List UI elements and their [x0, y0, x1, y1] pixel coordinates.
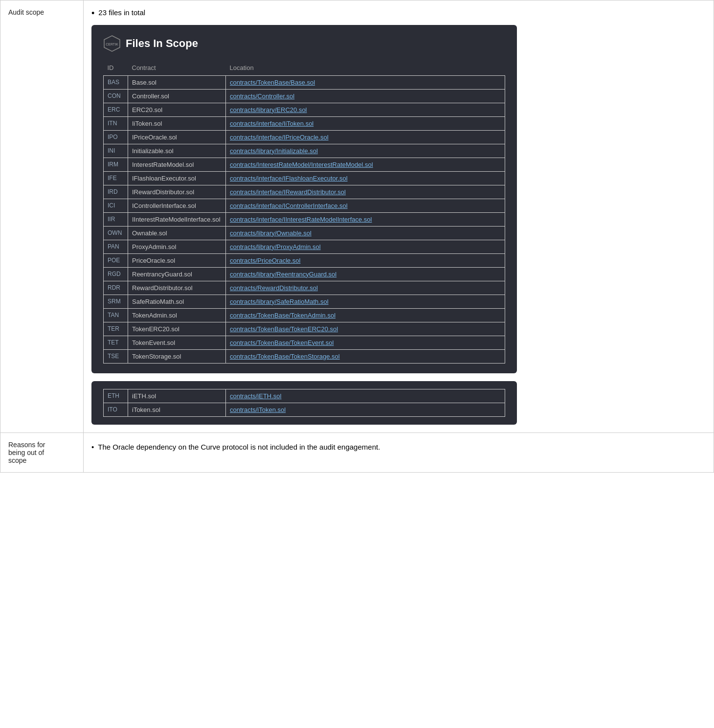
out-of-scope-bullet: • The Oracle dependency on the Curve pro…: [91, 443, 706, 451]
file-id: IPO: [104, 130, 128, 144]
file-id: IRM: [104, 158, 128, 171]
bullet-icon-2: •: [91, 443, 94, 451]
audit-scope-content: • 23 files in total CERTIK Files In Scop…: [84, 0, 714, 433]
extra-files-body: ETH iETH.sol contracts/iETH.sol ITO iTok…: [104, 389, 505, 416]
col-location: Location: [226, 61, 505, 76]
file-contract: SafeRatioMath.sol: [128, 295, 226, 308]
table-row: RGD ReentrancyGuard.sol contracts/librar…: [104, 267, 505, 281]
files-table-body: BAS Base.sol contracts/TokenBase/Base.so…: [104, 75, 505, 363]
file-location[interactable]: contracts/iToken.sol: [226, 403, 505, 416]
file-contract: TokenStorage.sol: [128, 349, 226, 363]
file-contract: InterestRateModel.sol: [128, 158, 226, 171]
file-location[interactable]: contracts/library/ProxyAdmin.sol: [226, 240, 505, 253]
table-row: IFE IFlashloanExecutor.sol contracts/int…: [104, 171, 505, 185]
files-count-bullet: • 23 files in total: [91, 8, 706, 19]
table-row: TER TokenERC20.sol contracts/TokenBase/T…: [104, 322, 505, 336]
table-row: POE PriceOracle.sol contracts/PriceOracl…: [104, 253, 505, 267]
file-location[interactable]: contracts/library/ERC20.sol: [226, 103, 505, 116]
file-location[interactable]: contracts/TokenBase/TokenStorage.sol: [226, 349, 505, 363]
file-location[interactable]: contracts/interface/IInterestRateModelIn…: [226, 212, 505, 226]
file-contract: PriceOracle.sol: [128, 253, 226, 267]
file-location[interactable]: contracts/interface/IiToken.sol: [226, 116, 505, 130]
file-id: RDR: [104, 281, 128, 295]
svg-text:CERTIK: CERTIK: [106, 43, 118, 46]
table-row: TAN TokenAdmin.sol contracts/TokenBase/T…: [104, 308, 505, 322]
file-contract: IRewardDistributor.sol: [128, 185, 226, 199]
file-id: SRM: [104, 295, 128, 308]
main-table: Audit scope • 23 files in total CERTIK: [0, 0, 714, 473]
table-row: TET TokenEvent.sol contracts/TokenBase/T…: [104, 336, 505, 349]
card-header: CERTIK Files In Scope: [103, 35, 505, 52]
table-row: ERC ERC20.sol contracts/library/ERC20.so…: [104, 103, 505, 116]
file-location[interactable]: contracts/library/Ownable.sol: [226, 226, 505, 240]
file-contract: RewardDistributor.sol: [128, 281, 226, 295]
file-location[interactable]: contracts/TokenBase/TokenERC20.sol: [226, 322, 505, 336]
file-id: TER: [104, 322, 128, 336]
file-id: ICI: [104, 199, 128, 212]
file-id: ERC: [104, 103, 128, 116]
table-row: SRM SafeRatioMath.sol contracts/library/…: [104, 295, 505, 308]
file-location[interactable]: contracts/iETH.sol: [226, 389, 505, 403]
file-id: CON: [104, 89, 128, 103]
files-count-text: 23 files in total: [98, 8, 145, 17]
file-id: TSE: [104, 349, 128, 363]
file-location[interactable]: contracts/library/SafeRatioMath.sol: [226, 295, 505, 308]
bullet-icon: •: [91, 8, 94, 19]
files-table-head: ID Contract Location: [104, 61, 505, 76]
file-id: INI: [104, 144, 128, 158]
file-location[interactable]: contracts/interface/IRewardDistributor.s…: [226, 185, 505, 199]
file-contract: iETH.sol: [128, 389, 226, 403]
file-contract: Ownable.sol: [128, 226, 226, 240]
file-location[interactable]: contracts/library/Initializable.sol: [226, 144, 505, 158]
extra-files-card: ETH iETH.sol contracts/iETH.sol ITO iTok…: [91, 381, 517, 425]
file-location[interactable]: contracts/interface/IPriceOracle.sol: [226, 130, 505, 144]
file-contract: iToken.sol: [128, 403, 226, 416]
col-id: ID: [104, 61, 128, 76]
file-contract: TokenAdmin.sol: [128, 308, 226, 322]
table-row: ICI IControllerInterface.sol contracts/i…: [104, 199, 505, 212]
file-id: RGD: [104, 267, 128, 281]
file-contract: Controller.sol: [128, 89, 226, 103]
table-row: ITN IiToken.sol contracts/interface/IiTo…: [104, 116, 505, 130]
label-audit-scope: Audit scope: [8, 8, 44, 16]
table-row: ITO iToken.sol contracts/iToken.sol: [104, 403, 505, 416]
file-contract: IFlashloanExecutor.sol: [128, 171, 226, 185]
file-location[interactable]: contracts/interface/IFlashloanExecutor.s…: [226, 171, 505, 185]
file-id: ITN: [104, 116, 128, 130]
file-id: IFE: [104, 171, 128, 185]
file-contract: Base.sol: [128, 75, 226, 89]
file-id: IIR: [104, 212, 128, 226]
file-contract: IPriceOracle.sol: [128, 130, 226, 144]
file-location[interactable]: contracts/InterestRateModel/InterestRate…: [226, 158, 505, 171]
out-of-scope-row: Reasons for being out of scope • The Ora…: [0, 432, 714, 472]
file-location[interactable]: contracts/PriceOracle.sol: [226, 253, 505, 267]
file-contract: ProxyAdmin.sol: [128, 240, 226, 253]
file-location[interactable]: contracts/RewardDistributor.sol: [226, 281, 505, 295]
extra-files-table: ETH iETH.sol contracts/iETH.sol ITO iTok…: [103, 389, 505, 417]
file-id: PAN: [104, 240, 128, 253]
out-of-scope-content: • The Oracle dependency on the Curve pro…: [84, 432, 714, 472]
label-out-of-scope: Reasons for being out of scope: [8, 441, 45, 464]
table-row: INI Initializable.sol contracts/library/…: [104, 144, 505, 158]
file-id: TAN: [104, 308, 128, 322]
file-id: ITO: [104, 403, 128, 416]
file-id: ETH: [104, 389, 128, 403]
table-row: RDR RewardDistributor.sol contracts/Rewa…: [104, 281, 505, 295]
file-id: POE: [104, 253, 128, 267]
card-title: Files In Scope: [126, 37, 198, 50]
file-contract: Initializable.sol: [128, 144, 226, 158]
file-contract: TokenERC20.sol: [128, 322, 226, 336]
table-row: IIR IInterestRateModelInterface.sol cont…: [104, 212, 505, 226]
file-location[interactable]: contracts/Controller.sol: [226, 89, 505, 103]
file-contract: ReentrancyGuard.sol: [128, 267, 226, 281]
file-location[interactable]: contracts/TokenBase/Base.sol: [226, 75, 505, 89]
file-location[interactable]: contracts/TokenBase/TokenAdmin.sol: [226, 308, 505, 322]
table-row: ETH iETH.sol contracts/iETH.sol: [104, 389, 505, 403]
files-in-scope-card: CERTIK Files In Scope ID Contract Locati…: [91, 25, 517, 373]
file-location[interactable]: contracts/TokenBase/TokenEvent.sol: [226, 336, 505, 349]
file-id: BAS: [104, 75, 128, 89]
file-location[interactable]: contracts/interface/IControllerInterface…: [226, 199, 505, 212]
file-location[interactable]: contracts/library/ReentrancyGuard.sol: [226, 267, 505, 281]
file-contract: IControllerInterface.sol: [128, 199, 226, 212]
table-row: PAN ProxyAdmin.sol contracts/library/Pro…: [104, 240, 505, 253]
